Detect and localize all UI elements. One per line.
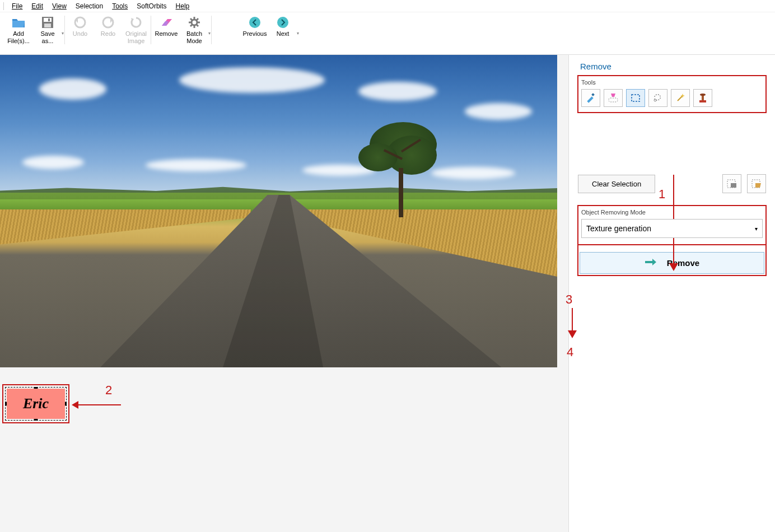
svg-rect-2 <box>44 24 51 27</box>
loaded-image <box>0 55 557 367</box>
menu-selection[interactable]: Selection <box>71 1 108 11</box>
watermark-text: Eric <box>23 395 49 412</box>
clear-selection-button[interactable]: Clear Selection <box>578 175 655 193</box>
svg-rect-27 <box>702 95 704 100</box>
svg-line-25 <box>678 96 683 101</box>
dropdown-indicator[interactable]: ▾ <box>208 31 211 36</box>
svg-point-4 <box>75 17 85 27</box>
annotation-arrow-2 <box>77 404 121 405</box>
revert-icon <box>129 16 143 29</box>
annotation-arrow-3 <box>572 308 573 332</box>
menu-softorbits[interactable]: SoftOrbits <box>132 1 171 11</box>
watermark-overlay: Eric <box>7 389 65 419</box>
svg-rect-3 <box>48 18 50 21</box>
menu-file[interactable]: File <box>7 1 27 11</box>
svg-point-5 <box>103 17 113 27</box>
mode-select[interactable]: Texture generation ▾ <box>581 219 763 238</box>
add-files-button[interactable]: Add File(s)... <box>3 15 34 53</box>
svg-point-17 <box>249 17 260 28</box>
svg-line-15 <box>190 25 192 26</box>
save-selection-button[interactable] <box>722 174 741 193</box>
save-icon <box>41 16 54 29</box>
menu-view[interactable]: View <box>48 1 71 11</box>
clone-stamp-tool[interactable] <box>693 89 712 107</box>
svg-rect-21 <box>609 98 618 102</box>
svg-point-18 <box>277 17 288 28</box>
svg-line-13 <box>190 18 192 20</box>
toolbar: Add File(s)... Save as... ▾ Undo Redo <box>0 12 775 55</box>
lasso-tool[interactable] <box>648 89 667 107</box>
load-selection-button[interactable] <box>747 174 766 193</box>
menu-grip <box>3 2 4 10</box>
watermark-selection[interactable]: Eric <box>2 384 69 423</box>
menu-help[interactable]: Help <box>171 1 194 11</box>
eraser-icon <box>160 16 173 29</box>
undo-button: Undo <box>66 15 94 53</box>
folder-open-icon <box>12 16 25 29</box>
dropdown-indicator[interactable]: ▾ <box>62 31 64 36</box>
marker-tool[interactable] <box>581 89 600 107</box>
right-panel: Remove Tools <box>569 55 775 532</box>
dropdown-indicator[interactable]: ▾ <box>297 31 299 36</box>
svg-line-14 <box>197 25 198 26</box>
svg-rect-30 <box>731 183 736 188</box>
next-icon <box>276 16 290 29</box>
panel-tab-remove[interactable]: Remove <box>578 58 766 76</box>
tools-group: Tools <box>578 76 766 113</box>
canvas-area[interactable]: Eric 2 <box>0 55 569 532</box>
save-as-button[interactable]: Save as... <box>34 15 62 53</box>
object-removing-mode-group: Object Removing Mode Texture generation … <box>578 206 766 245</box>
undo-icon <box>73 16 87 29</box>
svg-line-16 <box>197 18 198 20</box>
menu-bar: File Edit View Selection Tools SoftOrbit… <box>0 0 775 12</box>
svg-point-28 <box>700 94 706 96</box>
svg-rect-19 <box>587 96 593 102</box>
menu-edit[interactable]: Edit <box>27 1 48 11</box>
redo-button: Redo <box>94 15 122 53</box>
mode-value: Texture generation <box>586 224 651 233</box>
svg-point-8 <box>192 20 197 25</box>
annotation-arrowhead-1 <box>669 263 678 271</box>
next-button[interactable]: Next <box>269 15 297 53</box>
freehand-select-tool[interactable] <box>604 89 623 107</box>
chevron-down-icon: ▾ <box>755 226 758 232</box>
svg-rect-20 <box>591 93 595 96</box>
redo-icon <box>101 16 115 29</box>
magic-wand-tool[interactable] <box>671 89 690 107</box>
svg-rect-26 <box>699 100 706 102</box>
annotation-arrowhead-3 <box>568 330 577 338</box>
original-image-button: Original Image <box>122 15 150 53</box>
annotation-number-2: 2 <box>105 383 112 398</box>
gear-icon <box>188 16 201 29</box>
annotation-arrowhead-2 <box>72 401 78 409</box>
arrow-right-icon <box>645 258 657 268</box>
menu-tools[interactable]: Tools <box>108 1 132 11</box>
tools-label: Tools <box>581 79 763 86</box>
rectangle-select-tool[interactable] <box>626 89 645 107</box>
batch-mode-button[interactable]: Batch Mode <box>180 15 208 53</box>
svg-rect-23 <box>632 95 639 101</box>
previous-icon <box>248 16 262 29</box>
svg-marker-22 <box>611 94 615 97</box>
mode-label: Object Removing Mode <box>581 209 763 216</box>
previous-button[interactable]: Previous <box>241 15 269 53</box>
remove-toolbar-button[interactable]: Remove <box>152 15 180 53</box>
svg-rect-1 <box>44 18 52 22</box>
